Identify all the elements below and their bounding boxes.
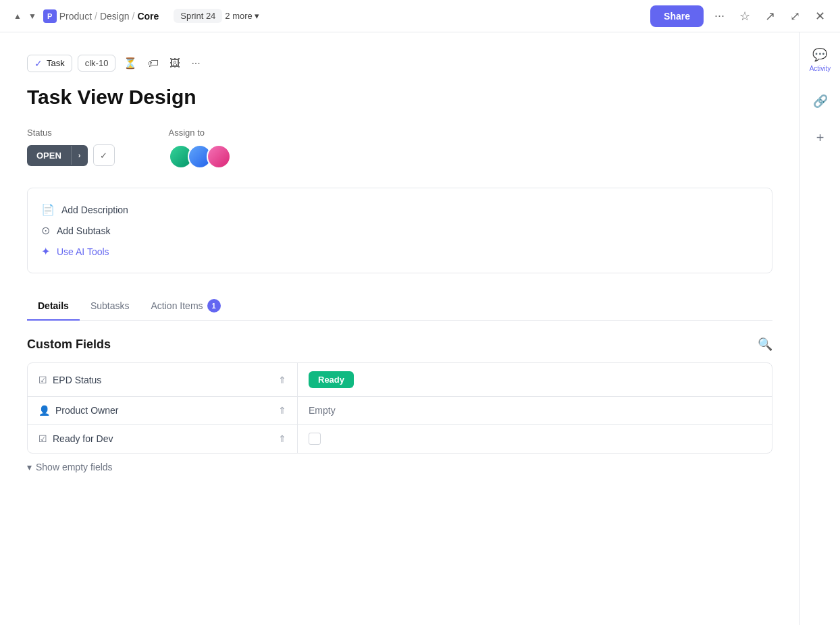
add-description-label: Add Description — [61, 205, 128, 215]
task-check-icon: ✓ — [34, 58, 43, 69]
task-type-label: Task — [47, 58, 65, 68]
assign-to-label: Assign to — [169, 128, 231, 138]
description-icon: 📄 — [41, 203, 55, 216]
nav-badges: Sprint 24 2 more ▾ — [174, 9, 259, 23]
epd-status-value-cell[interactable]: Ready — [298, 363, 772, 396]
breadcrumb-design[interactable]: Design — [100, 11, 130, 22]
chevron-down-icon: ▾ — [27, 462, 32, 472]
ai-tools-label: Use AI Tools — [57, 246, 109, 257]
nav-left: ▲ ▼ P Product / Design / Core Sprint 24 … — [11, 9, 259, 24]
activity-label: Activity — [810, 65, 831, 72]
product-owner-name: Product Owner — [55, 405, 118, 416]
status-check-button[interactable]: ✓ — [93, 144, 115, 166]
product-owner-value-cell[interactable]: Empty — [298, 397, 772, 424]
ready-for-dev-name-cell: ☑ Ready for Dev ⇑ — [28, 425, 298, 453]
ready-for-dev-value-cell[interactable] — [298, 425, 772, 453]
plus-icon: + — [816, 130, 824, 146]
epd-status-name-cell: ☑ EPD Status ⇑ — [28, 363, 298, 396]
assignee-avatars[interactable] — [169, 144, 231, 169]
sprint-badge[interactable]: Sprint 24 — [174, 9, 222, 23]
add-description-item[interactable]: 📄 Add Description — [41, 199, 758, 220]
breadcrumb-sep-1: / — [95, 11, 97, 22]
breadcrumb-core[interactable]: Core — [137, 11, 159, 22]
assign-field-group: Assign to — [169, 128, 231, 169]
task-type-badge: ✓ Task — [27, 55, 72, 72]
add-button[interactable]: + — [812, 126, 829, 150]
add-subtask-item[interactable]: ⊙ Add Subtask — [41, 220, 758, 241]
status-text: OPEN — [27, 145, 71, 166]
top-nav: ▲ ▼ P Product / Design / Core Sprint 24 … — [0, 0, 840, 32]
nav-down-button[interactable]: ▼ — [26, 9, 39, 24]
custom-fields-table: ☑ EPD Status ⇑ Ready 👤 Product Owner ⇑ E… — [27, 362, 772, 454]
task-meta-row: ✓ Task clk-10 ⏳ 🏷 🖼 ··· — [27, 54, 772, 72]
project-icon: P — [43, 9, 57, 23]
status-row: OPEN › ✓ — [27, 144, 115, 166]
epd-status-row: ☑ EPD Status ⇑ Ready — [28, 363, 772, 397]
minimize-button[interactable]: ⤢ — [786, 6, 804, 26]
more-options-button[interactable]: ··· — [710, 6, 729, 26]
task-fields: Status OPEN › ✓ Assign to — [27, 128, 772, 169]
epd-status-name: EPD Status — [53, 375, 101, 385]
custom-fields-header: Custom Fields 🔍 — [27, 337, 772, 352]
label-icon-button[interactable]: 🏷 — [145, 55, 161, 72]
product-owner-icon: 👤 — [38, 405, 50, 416]
status-button[interactable]: OPEN › — [27, 145, 88, 166]
star-button[interactable]: ☆ — [735, 6, 754, 26]
activity-icon: 💬 — [812, 47, 827, 62]
tab-action-items[interactable]: Action Items 1 — [140, 292, 232, 321]
status-label: Status — [27, 128, 115, 138]
show-empty-fields[interactable]: ▾ Show empty fields — [27, 462, 772, 472]
breadcrumb: P Product / Design / Core — [43, 9, 159, 23]
tab-subtasks[interactable]: Subtasks — [80, 292, 140, 321]
breadcrumb-sep-2: / — [132, 11, 135, 22]
breadcrumb-product[interactable]: Product — [59, 11, 92, 22]
status-arrow-icon: › — [71, 146, 88, 165]
ready-for-dev-icon: ☑ — [38, 433, 47, 444]
product-owner-name-cell: 👤 Product Owner ⇑ — [28, 397, 298, 424]
overflow-icon-button[interactable]: ··· — [188, 55, 203, 72]
tabs-bar: Details Subtasks Action Items 1 — [27, 292, 772, 321]
product-owner-pin[interactable]: ⇑ — [278, 405, 286, 416]
custom-fields-search-button[interactable]: 🔍 — [758, 337, 772, 352]
activity-button[interactable]: 💬 Activity — [806, 43, 835, 76]
close-button[interactable]: ✕ — [811, 6, 829, 26]
task-title: Task View Design — [27, 86, 772, 109]
nav-up-button[interactable]: ▲ — [11, 9, 24, 24]
status-field-group: Status OPEN › ✓ — [27, 128, 115, 169]
epd-status-pin[interactable]: ⇑ — [278, 375, 286, 385]
more-badge[interactable]: 2 more ▾ — [225, 11, 259, 21]
right-sidebar: 💬 Activity 🔗 + — [799, 32, 840, 625]
ready-for-dev-name: Ready for Dev — [53, 433, 113, 444]
tab-details[interactable]: Details — [27, 292, 80, 321]
attachment-icon-button[interactable]: 🖼 — [167, 55, 183, 72]
link-icon: 🔗 — [813, 94, 828, 109]
main-layout: ✓ Task clk-10 ⏳ 🏷 🖼 ··· Task View Design… — [0, 32, 840, 625]
product-owner-row: 👤 Product Owner ⇑ Empty — [28, 397, 772, 425]
ready-for-dev-pin[interactable]: ⇑ — [278, 433, 286, 444]
timer-icon-button[interactable]: ⏳ — [121, 54, 140, 72]
product-owner-empty: Empty — [309, 405, 336, 416]
tab-details-label: Details — [38, 300, 69, 311]
tab-action-items-label: Action Items — [151, 300, 203, 311]
custom-fields-title: Custom Fields — [27, 337, 111, 352]
ready-badge: Ready — [309, 371, 354, 388]
avatar-3[interactable] — [207, 144, 231, 169]
task-id-badge: clk-10 — [78, 55, 116, 72]
subtask-icon: ⊙ — [41, 224, 50, 237]
add-subtask-label: Add Subtask — [57, 225, 110, 236]
share-button[interactable]: Share — [650, 5, 704, 27]
action-items-badge: 1 — [207, 299, 221, 312]
tab-subtasks-label: Subtasks — [90, 300, 130, 311]
description-box: 📄 Add Description ⊙ Add Subtask ✦ Use AI… — [27, 188, 772, 273]
link-button[interactable]: 🔗 — [809, 90, 832, 113]
nav-arrows: ▲ ▼ — [11, 9, 39, 24]
epd-status-icon: ☑ — [38, 375, 47, 385]
content-area: ✓ Task clk-10 ⏳ 🏷 🖼 ··· Task View Design… — [0, 32, 799, 625]
ready-for-dev-row: ☑ Ready for Dev ⇑ — [28, 425, 772, 453]
external-link-button[interactable]: ↗ — [761, 6, 779, 26]
show-empty-label: Show empty fields — [36, 462, 113, 472]
ai-tools-item[interactable]: ✦ Use AI Tools — [41, 241, 758, 262]
nav-right: Share ··· ☆ ↗ ⤢ ✕ — [650, 5, 829, 27]
ready-for-dev-checkbox[interactable] — [309, 433, 321, 445]
ai-icon: ✦ — [41, 245, 50, 258]
